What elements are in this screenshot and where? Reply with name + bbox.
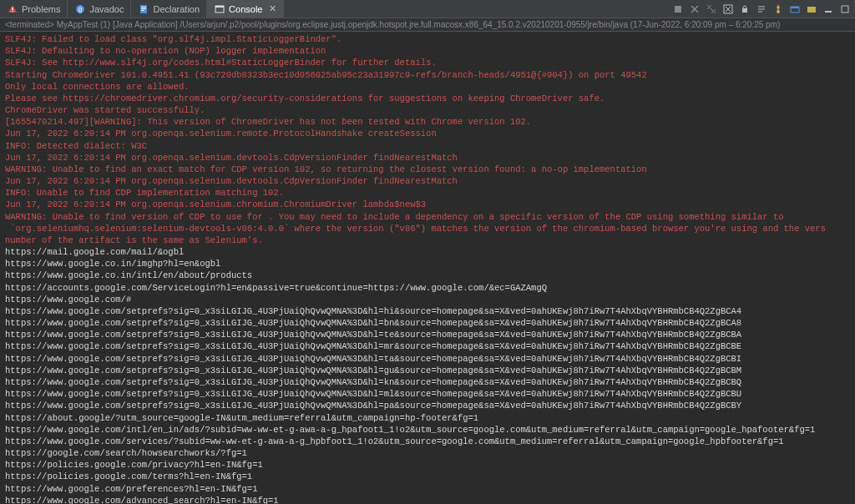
console-line: https://www.google.com/preferences?hl=en… — [5, 483, 850, 495]
console-line: https://mail.google.com/mail/&ogbl — [5, 246, 850, 258]
svg-point-13 — [777, 10, 780, 13]
pin-console-button[interactable] — [772, 3, 785, 16]
console-line: `org.seleniumhq.selenium:selenium-devtoo… — [5, 223, 850, 234]
console-line: Jun 17, 2022 6:20:14 PM org.openqa.selen… — [5, 128, 850, 139]
console-line: Only local connections are allowed. — [5, 81, 850, 93]
console-line: SLF4J: Failed to load class "org.slf4j.i… — [5, 33, 850, 45]
console-line: https://www.google.com/setprefs?sig=0_x3… — [5, 317, 850, 329]
console-line: https://www.google.com/setprefs?sig=0_x3… — [5, 376, 850, 388]
minimize-button[interactable] — [822, 3, 835, 16]
console-line: https://www.google.com/setprefs?sig=0_x3… — [5, 353, 850, 365]
svg-rect-10 — [675, 6, 681, 13]
close-icon[interactable]: ✕ — [269, 3, 276, 14]
tab-label: Console — [229, 4, 262, 14]
svg-rect-12 — [742, 8, 747, 13]
console-line: ChromeDriver was started successfully. — [5, 104, 850, 116]
console-line: https://www.google.co.in/intl/en/about/p… — [5, 270, 850, 281]
tab-javadoc[interactable]: @ Javadoc — [68, 0, 131, 18]
svg-rect-9 — [215, 6, 224, 8]
console-line: [1655470214.497][WARNING]: This version … — [5, 116, 850, 128]
console-line: https://www.google.com/advanced_search?h… — [5, 495, 850, 504]
tab-label: Problems — [22, 4, 60, 14]
open-console-button[interactable] — [805, 3, 818, 16]
console-line: https://www.google.com/setprefs?sig=0_x3… — [5, 365, 850, 376]
tab-problems[interactable]: Problems — [0, 0, 68, 18]
console-icon — [214, 3, 225, 15]
clear-console-button[interactable] — [721, 3, 735, 16]
warning-icon — [7, 3, 18, 15]
svg-rect-18 — [842, 6, 848, 13]
console-line: number of the artifact is the same as Se… — [5, 234, 850, 246]
console-line: https://www.google.co.in/imghp?hl=en&ogb… — [5, 258, 850, 270]
console-line: https://about.google/?utm_source=google-… — [5, 412, 850, 424]
tab-declaration[interactable]: Declaration — [131, 0, 207, 18]
console-toolbar — [671, 3, 855, 16]
svg-rect-5 — [141, 7, 146, 8]
console-line: WARNING: Unable to find version of CDP t… — [5, 211, 850, 223]
console-line: Please see https://chromedriver.chromium… — [5, 93, 850, 104]
console-line: https://policies.google.com/terms?hl=en-… — [5, 471, 850, 482]
svg-rect-15 — [791, 7, 799, 8]
declaration-icon — [138, 3, 149, 15]
display-console-button[interactable] — [788, 3, 802, 16]
console-line: https://www.google.com/setprefs?sig=0_x3… — [5, 388, 850, 400]
console-line: Jun 17, 2022 6:20:14 PM org.openqa.selen… — [5, 152, 850, 164]
console-output: SLF4J: Failed to load class "org.slf4j.i… — [0, 32, 855, 504]
console-line: https://www.google.com/# — [5, 294, 850, 305]
view-tabs: Problems @ Javadoc Declaration Console ✕ — [0, 0, 855, 18]
console-line: WARNING: Unable to find an exact match f… — [5, 164, 850, 175]
console-line: Jun 17, 2022 6:20:14 PM org.openqa.selen… — [5, 199, 850, 210]
maximize-button[interactable] — [838, 3, 852, 16]
javadoc-icon: @ — [74, 3, 86, 15]
svg-rect-6 — [141, 8, 146, 9]
console-line: https://www.google.com/services/?subid=w… — [5, 436, 850, 447]
console-line: https://accounts.google.com/ServiceLogin… — [5, 282, 850, 294]
terminate-button[interactable] — [671, 3, 685, 16]
word-wrap-button[interactable] — [755, 3, 768, 16]
console-line: INFO: Detected dialect: W3C — [5, 140, 850, 152]
console-line: https://www.google.com/intl/en_in/ads/?s… — [5, 424, 850, 436]
svg-rect-16 — [807, 7, 816, 13]
svg-rect-7 — [141, 10, 144, 11]
remove-all-button[interactable] — [705, 3, 718, 16]
launch-status: <terminated> MyAppTest (1) [Java Applica… — [0, 18, 855, 32]
console-line: SLF4J: See http://www.slf4j.org/codes.ht… — [5, 57, 850, 68]
console-line: https://www.google.com/setprefs?sig=0_x3… — [5, 305, 850, 317]
svg-text:@: @ — [78, 6, 83, 13]
svg-rect-1 — [12, 11, 13, 12]
console-line: Jun 17, 2022 6:20:14 PM org.openqa.selen… — [5, 175, 850, 187]
console-line: https://www.google.com/setprefs?sig=0_x3… — [5, 329, 850, 340]
svg-rect-0 — [12, 8, 13, 10]
scroll-lock-button[interactable] — [738, 3, 751, 16]
console-line: https://google.com/search/howsearchworks… — [5, 447, 850, 459]
tab-label: Javadoc — [89, 4, 124, 14]
remove-launch-button[interactable] — [688, 3, 701, 16]
console-line: SLF4J: Defaulting to no-operation (NOP) … — [5, 45, 850, 57]
console-line: INFO: Unable to find CDP implementation … — [5, 187, 850, 199]
console-line: Starting ChromeDriver 101.0.4951.41 (93c… — [5, 69, 850, 81]
console-line: https://policies.google.com/privacy?hl=e… — [5, 459, 850, 471]
console-line: https://www.google.com/setprefs?sig=0_x3… — [5, 400, 850, 411]
console-line: https://www.google.com/setprefs?sig=0_x3… — [5, 340, 850, 352]
svg-rect-17 — [825, 11, 832, 13]
tab-label: Declaration — [153, 4, 200, 14]
tab-console[interactable]: Console ✕ — [207, 0, 284, 18]
status-text: <terminated> MyAppTest (1) [Java Applica… — [5, 20, 780, 29]
